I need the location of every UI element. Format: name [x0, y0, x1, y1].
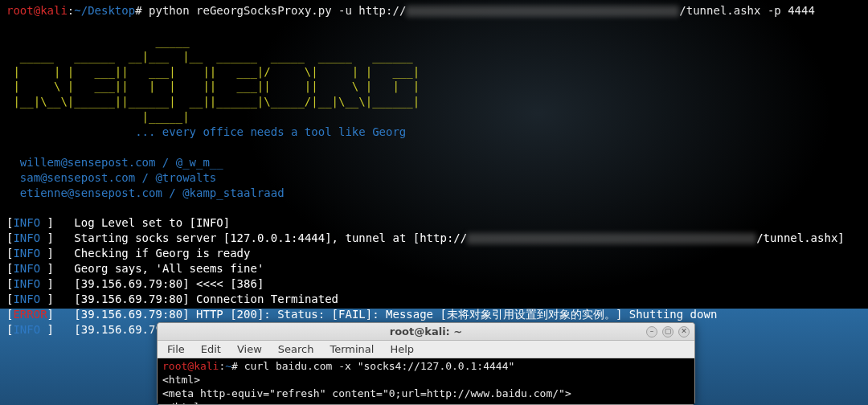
sub-command: curl baidu.com -x "socks4://127.0.0.1:44…	[244, 360, 515, 372]
minimize-icon[interactable]: –	[646, 326, 657, 338]
prompt-hash: #	[231, 360, 238, 372]
credit-line: etienne@sensepost.com / @kamp_staalraad	[6, 186, 285, 199]
log-lines: [INFO ] Log Level set to [INFO] [INFO ] …	[6, 215, 862, 337]
prompt-hash: #	[135, 4, 141, 17]
prompt-user: root@kali	[162, 360, 219, 372]
credit-line: sam@sensepost.com / @trowalts	[6, 171, 216, 184]
prompt-user: root@kali	[6, 4, 68, 17]
menu-item-search[interactable]: Search	[272, 342, 321, 357]
menu-item-help[interactable]: Help	[383, 342, 420, 357]
terminal-body[interactable]: root@kali:~# curl baidu.com -x "socks4:/…	[158, 358, 694, 404]
ascii-line: | | | ___|| ___| || ___|/ \| | | ___|	[6, 65, 420, 78]
window-controls: – ▢ ✕	[646, 326, 690, 338]
menubar: FileEditViewSearchTerminalHelp	[158, 341, 694, 358]
credit-line: willem@sensepost.com / @_w_m__	[6, 156, 223, 169]
output-line: <meta http-equiv="refresh" content="0;ur…	[162, 387, 571, 399]
command-part-a: python reGeorgSocksProxy.py -u http://	[149, 4, 406, 17]
prompt-cwd: ~/Desktop	[74, 4, 135, 17]
menu-item-edit[interactable]: Edit	[194, 342, 227, 357]
ascii-line: | \ | ___|| | | || ___|| || \ | | |	[6, 80, 420, 92]
ascii-line: _____ ______ __|___ |__ ______ _____ ___…	[6, 50, 413, 63]
command-text	[238, 360, 244, 372]
tagline: ... every office needs a tool like Georg	[6, 125, 406, 138]
redacted-url	[406, 6, 679, 17]
menu-item-terminal[interactable]: Terminal	[323, 342, 380, 357]
menu-item-file[interactable]: File	[161, 342, 191, 357]
output-line: <html>	[162, 374, 200, 386]
secondary-terminal-window[interactable]: root@kali: ~ – ▢ ✕ FileEditViewSearchTer…	[157, 322, 695, 405]
menu-item-view[interactable]: View	[231, 342, 268, 357]
command-text	[142, 4, 149, 17]
maximize-icon[interactable]: ▢	[662, 326, 674, 338]
prompt-cwd: ~	[225, 360, 231, 372]
ascii-line: |__|\__\|______||______| __||______|\___…	[6, 95, 420, 108]
command-part-b: /tunnel.ashx -p 4444	[679, 4, 815, 17]
ascii-line: _____	[6, 35, 190, 47]
window-title: root@kali: ~	[158, 325, 694, 338]
main-terminal[interactable]: root@kali:~/Desktop# python reGeorgSocks…	[0, 0, 868, 341]
output-line: </html>	[162, 401, 207, 404]
window-titlebar[interactable]: root@kali: ~ – ▢ ✕	[158, 323, 694, 341]
ascii-line: |_____|	[6, 110, 190, 123]
close-icon[interactable]: ✕	[678, 326, 690, 338]
